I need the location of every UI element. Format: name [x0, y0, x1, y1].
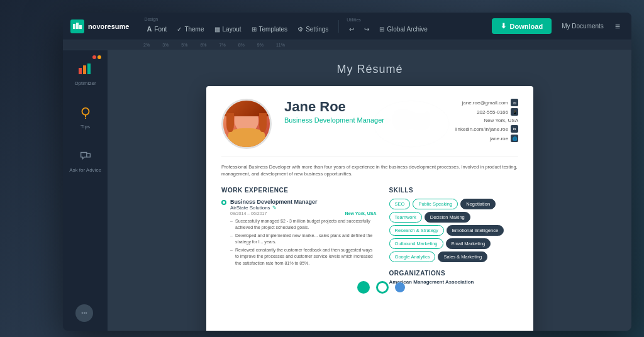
location-text: New York, USA — [484, 118, 518, 123]
ruler-bar: 2% 3% 5% 6% 7% 8% 9% 11% — [63, 40, 631, 50]
chat-bubble-button[interactable]: ••• — [75, 304, 93, 322]
timeline-dot-3 — [395, 282, 405, 292]
svg-rect-3 — [79, 68, 82, 74]
organizations-title: ORGANIZATIONS — [389, 270, 518, 277]
badge-dot-red — [92, 55, 96, 59]
utilities-section: Utilities ↩ ↪ ⊞ Global Archive — [344, 18, 432, 35]
ruler-mark-2: 3% — [162, 43, 169, 47]
theme-icon: ✓ — [177, 26, 182, 33]
font-nav-item[interactable]: A Font — [142, 23, 172, 35]
layout-label: Layout — [223, 26, 242, 33]
work-experience-title: WORK EXPERIENCE — [221, 187, 377, 194]
contact-location: New York, USA — [455, 118, 518, 123]
avatar — [221, 99, 272, 149]
skill-decision-making: Decision Making — [425, 212, 470, 223]
email-text: jane.roe@gmail.com — [462, 100, 508, 106]
skill-teamwork: Teamwork — [389, 212, 422, 223]
sidebar-item-advice[interactable]: Ask for Advice — [65, 143, 105, 177]
settings-label: Settings — [306, 26, 328, 33]
phone-icon: 📱 — [511, 108, 518, 116]
logo-area[interactable]: novoresume — [70, 19, 129, 33]
skill-seo: SEO — [389, 199, 411, 209]
design-section: Design A Font ✓ Theme ▦ Layout ⊞ Templat… — [142, 17, 333, 35]
sidebar-item-optimizer[interactable]: Optimizer — [70, 57, 99, 90]
job-item-1: Business Development Manager AirState So… — [221, 199, 377, 267]
contact-linkedin: linkedin.com/in/jane.roe in — [455, 125, 518, 133]
resume-columns: WORK EXPERIENCE Business Development Man… — [221, 187, 518, 285]
redo-nav-item[interactable]: ↪ — [359, 23, 374, 35]
templates-label: Templates — [259, 26, 288, 33]
website-icon: 🌐 — [511, 135, 518, 142]
avatar-image — [223, 101, 270, 147]
logo-icon — [70, 19, 84, 33]
skills-tags: SEO Public Speaking Negotiation Teamwork… — [389, 199, 518, 262]
job-timeline-dot — [221, 200, 226, 205]
tips-icon — [77, 104, 94, 121]
logo-text: novoresume — [88, 23, 129, 30]
skills-title: SKILLS — [389, 187, 518, 194]
optimizer-badges — [92, 55, 101, 59]
theme-nav-item[interactable]: ✓ Theme — [172, 23, 209, 35]
bullet-1: Successfully managed $2 - 3 million budg… — [230, 218, 377, 231]
main-area: Optimizer Tips — [63, 50, 631, 331]
ruler-mark-1: 2% — [143, 43, 150, 47]
resume-inner: Jane Roe Business Development Manager — [206, 86, 533, 297]
download-icon: ⬇ — [501, 22, 506, 30]
svg-point-8 — [85, 118, 86, 119]
left-column: WORK EXPERIENCE Business Development Man… — [221, 187, 377, 285]
email-icon: ✉ — [511, 99, 518, 106]
org-item-1: American Management Association — [389, 279, 518, 285]
badge-dot-yellow — [97, 55, 101, 59]
menu-icon: ≡ — [615, 21, 620, 31]
linkedin-icon: in — [511, 125, 518, 133]
ruler-mark-6: 8% — [238, 43, 245, 47]
job-bullets-1: Successfully managed $2 - 3 million budg… — [230, 218, 377, 267]
hamburger-button[interactable]: ≡ — [611, 19, 624, 34]
skill-negotiation: Negotiation — [460, 199, 496, 209]
redo-icon: ↪ — [364, 26, 369, 33]
app-window: novoresume Design A Font ✓ Theme ▦ Layou… — [63, 13, 631, 331]
my-documents-button[interactable]: My Documents — [557, 20, 609, 32]
svg-rect-2 — [79, 25, 82, 29]
company-name-1: AirState Solutions — [230, 205, 270, 211]
ruler-mark-7: 9% — [257, 43, 264, 47]
resume-document: Jane Roe Business Development Manager — [206, 86, 533, 331]
timeline-overlay — [357, 281, 405, 294]
left-sidebar: Optimizer Tips — [63, 50, 108, 331]
website-text: jane.roe — [490, 136, 508, 141]
settings-nav-item[interactable]: ⚙ Settings — [292, 23, 333, 35]
resume-summary: Professional Business Developer with mor… — [221, 157, 518, 178]
bullet-3: Reviewed constantly the customer feedbac… — [230, 247, 377, 267]
undo-nav-item[interactable]: ↩ — [344, 23, 359, 35]
font-icon: A — [147, 25, 152, 33]
download-label: Download — [510, 23, 543, 30]
sidebar-item-tips[interactable]: Tips — [73, 100, 98, 133]
skill-research: Research & Strategy — [389, 225, 444, 236]
theme-label: Theme — [184, 26, 204, 33]
linkedin-text: linkedin.com/in/jane.roe — [455, 126, 508, 132]
templates-nav-item[interactable]: ⊞ Templates — [247, 23, 293, 35]
ruler-mark-8: 11% — [276, 43, 285, 47]
download-button[interactable]: ⬇ Download — [492, 18, 552, 34]
skill-outbound-marketing: Outbound Marketing — [389, 238, 443, 249]
skill-public-speaking: Public Speaking — [413, 199, 458, 209]
my-documents-label: My Documents — [562, 23, 604, 30]
svg-rect-4 — [83, 65, 86, 74]
skill-email-marketing: Email Marketing — [446, 238, 491, 249]
skill-sales-marketing: Sales & Marketing — [438, 251, 487, 262]
svg-rect-5 — [87, 64, 91, 74]
archive-icon: ⊞ — [379, 26, 384, 33]
resume-header: Jane Roe Business Development Manager — [221, 99, 518, 149]
utilities-items: ↩ ↪ ⊞ Global Archive — [344, 23, 432, 35]
undo-icon: ↩ — [349, 26, 354, 33]
ruler-mark-4: 6% — [200, 43, 206, 47]
archive-nav-item[interactable]: ⊞ Global Archive — [374, 23, 432, 35]
layout-nav-item[interactable]: ▦ Layout — [209, 23, 247, 35]
tips-label: Tips — [80, 124, 90, 130]
svg-point-6 — [82, 108, 89, 115]
job-dates-1: 09/2014 – 06/2017 — [230, 211, 267, 216]
phone-text: 202-555-0166 — [477, 109, 508, 115]
ruler-mark-5: 7% — [219, 43, 226, 47]
nav-separator-1 — [338, 20, 339, 33]
job-company-1: AirState Solutions ✎ — [230, 205, 377, 211]
